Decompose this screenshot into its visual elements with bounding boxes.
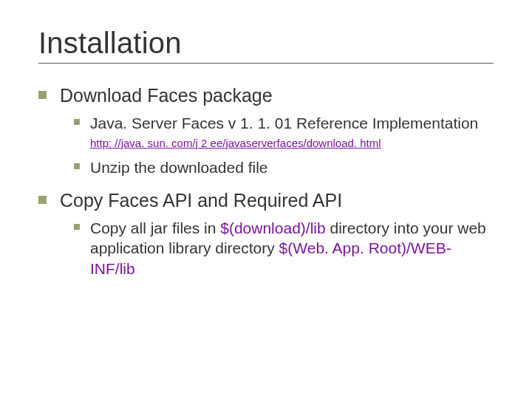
- subbullet-text: Java. Server Faces v 1. 1. 01 Reference …: [90, 113, 478, 133]
- subbullet-text: Unzip the downloaded file: [90, 157, 268, 177]
- download-url-line: http: //java. sun. com/j 2 ee/javaserver…: [90, 137, 494, 150]
- bullet-copy-api: Copy Faces API and Required API: [38, 189, 494, 212]
- subbullet-unzip: Unzip the downloaded file: [74, 157, 494, 177]
- bullet-text: Copy Faces API and Required API: [60, 189, 342, 212]
- path-download-lib: $(download)/lib: [220, 219, 325, 236]
- slide: Installation Download Faces package Java…: [0, 0, 532, 399]
- text-fragment: Copy all jar files in: [90, 219, 220, 236]
- square-bullet-icon: [38, 196, 47, 204]
- subbullet-copy-jars: Copy all jar files in $(download)/lib di…: [74, 218, 494, 279]
- title-underline: [38, 63, 494, 64]
- square-bullet-icon: [74, 119, 80, 125]
- bullet-text: Download Faces package: [60, 84, 273, 107]
- slide-title: Installation: [38, 27, 494, 60]
- subbullet-text: Copy all jar files in $(download)/lib di…: [90, 218, 494, 279]
- square-bullet-icon: [74, 224, 80, 230]
- square-bullet-icon: [38, 91, 47, 99]
- subbullet-jsf-version: Java. Server Faces v 1. 1. 01 Reference …: [74, 113, 494, 133]
- bullet-download: Download Faces package: [38, 84, 494, 107]
- square-bullet-icon: [74, 163, 80, 169]
- download-link[interactable]: http: //java. sun. com/j 2 ee/javaserver…: [90, 137, 381, 149]
